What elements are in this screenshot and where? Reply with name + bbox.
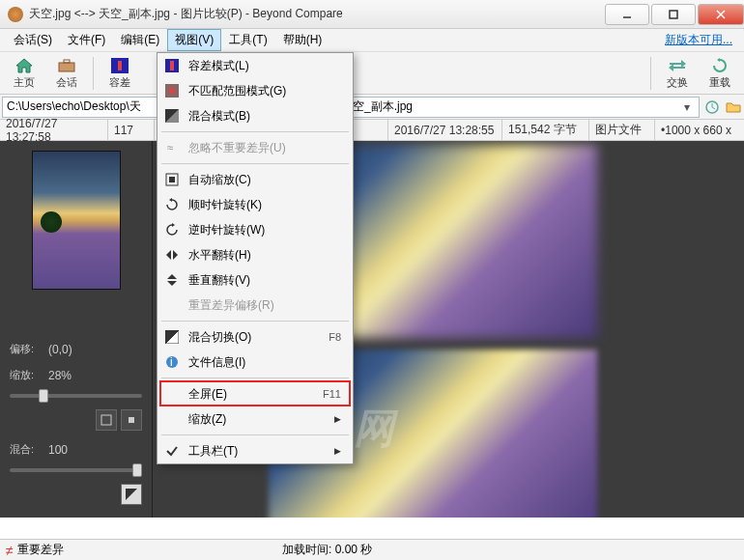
menu-item-rotate-ccw[interactable]: 逆时针旋转(W) [157, 217, 353, 242]
svg-rect-1 [670, 11, 677, 18]
svg-marker-27 [167, 274, 177, 279]
tolerance-button[interactable]: 容差 [100, 54, 140, 93]
right-timestamp: 2016/7/27 13:28:55 [388, 120, 502, 140]
menu-file[interactable]: 文件(F) [60, 29, 113, 51]
home-button[interactable]: 主页 [4, 54, 44, 93]
reload-icon [710, 57, 730, 74]
diff-icon: ≠ [6, 543, 14, 558]
svg-rect-22 [169, 177, 175, 182]
menu-separator [161, 434, 349, 435]
svg-marker-23 [169, 198, 172, 202]
diff-label: 重要差异 [17, 542, 64, 558]
menu-view[interactable]: 视图(V) [167, 29, 221, 51]
svg-rect-11 [101, 415, 111, 425]
menu-item-autozoom[interactable]: 自动缩放(C) [157, 167, 353, 192]
new-version-link[interactable]: 新版本可用... [665, 32, 738, 48]
svg-marker-24 [172, 223, 175, 227]
swap-icon [668, 57, 687, 74]
svg-point-17 [169, 88, 175, 94]
content-area: 偏移: (0,0) 缩放: 28% 混合: 100 ⛶ ◻ [0, 141, 744, 518]
right-size: 151,542 字节 [502, 120, 589, 140]
submenu-arrow-icon: ▶ [334, 446, 341, 456]
briefcase-icon [57, 57, 76, 74]
svg-text:i: i [170, 355, 173, 369]
menu-tools[interactable]: 工具(T) [221, 29, 274, 51]
file-status-bar: 2016/7/27 13:27:58 117 2016/7/27 13:28:5… [0, 120, 744, 141]
menu-item-blend-toggle[interactable]: 混合切换(O)F8 [157, 324, 353, 350]
svg-rect-5 [59, 63, 74, 71]
menu-item-approx: ≈忽略不重要差异(U) [157, 135, 353, 160]
tolerance-icon [110, 57, 129, 74]
rotate-cw-icon [163, 196, 181, 213]
swap-button[interactable]: 交换 [657, 54, 698, 93]
svg-rect-6 [64, 60, 70, 63]
menu-item-flip-h[interactable]: 水平翻转(H) [157, 242, 353, 267]
left-thumbnail[interactable] [32, 151, 121, 290]
submenu-arrow-icon: ▶ [334, 414, 341, 424]
app-icon [8, 7, 23, 22]
blend-toggle-icon [163, 328, 181, 346]
menu-item-info[interactable]: i文件信息(I) [157, 350, 353, 375]
offset-value: (0,0) [48, 343, 72, 356]
zoom-control: 缩放: 28% [6, 368, 146, 382]
toolbar-separator [650, 57, 651, 90]
close-button[interactable] [698, 4, 744, 25]
autozoom-icon [163, 171, 181, 188]
menu-separator [161, 131, 349, 132]
menu-session[interactable]: 会话(S) [6, 29, 60, 51]
window-title: 天空.jpg <--> 天空_副本.jpg - 图片比较(P) - Beyond… [29, 6, 603, 22]
svg-rect-12 [129, 417, 134, 423]
history-button[interactable] [701, 97, 723, 118]
zoom-actual-button[interactable] [121, 409, 142, 431]
window-titlebar: 天空.jpg <--> 天空_副本.jpg - 图片比较(P) - Beyond… [0, 0, 744, 29]
svg-marker-26 [173, 250, 178, 260]
menu-item-17[interactable]: 缩放(Z)▶ [157, 406, 353, 432]
menu-item-16[interactable]: 全屏(E)F11 [157, 381, 353, 406]
menu-separator [161, 163, 349, 164]
blend-value: 100 [48, 443, 68, 457]
menu-item-rotate-cw[interactable]: 顺时针旋转(K) [157, 192, 353, 217]
flip-h-icon [163, 246, 181, 264]
menubar: 会话(S) 文件(F) 编辑(E) 视图(V) 工具(T) 帮助(H) 新版本可… [0, 29, 744, 52]
menu-item-blend[interactable]: 混合模式(B) [157, 103, 353, 128]
check-icon [163, 442, 181, 460]
dimensions: 1000 x 660 x [665, 124, 731, 137]
browse-button[interactable] [723, 97, 744, 118]
maximize-button[interactable] [651, 4, 696, 25]
menu-edit[interactable]: 编辑(E) [113, 29, 167, 51]
menu-item-tolerance[interactable]: 容差模式(L) [157, 53, 353, 78]
zoom-slider[interactable] [10, 394, 142, 398]
blend-icon [163, 107, 181, 125]
zoom-fit-button[interactable] [96, 409, 117, 431]
minimize-button[interactable] [605, 4, 649, 25]
menu-help[interactable]: 帮助(H) [275, 29, 330, 51]
flip-v-icon [163, 271, 181, 289]
left-size: 117 [108, 120, 155, 140]
path-dropdown-icon[interactable]: ▾ [679, 100, 695, 114]
menu-item-check[interactable]: 工具栏(T)▶ [157, 438, 353, 463]
offset-control: 偏移: (0,0) [6, 342, 146, 356]
control-panel: 偏移: (0,0) 缩放: 28% 混合: 100 [0, 141, 153, 518]
svg-marker-13 [126, 489, 137, 500]
pathbar: C:\Users\echo\Desktop\天 C:\Users\echo\De… [0, 95, 744, 120]
toolbar-separator [93, 57, 94, 90]
session-button[interactable]: 会话 [46, 54, 87, 93]
menu-separator [161, 378, 349, 378]
svg-marker-9 [717, 58, 720, 62]
view-dropdown-menu: 容差模式(L)不匹配范围模式(G)混合模式(B)≈忽略不重要差异(U)自动缩放(… [157, 52, 354, 464]
mismatch-icon [163, 82, 181, 99]
toolbar: 主页 会话 容差 交换 重载 [0, 52, 744, 95]
tolerance-icon [163, 57, 181, 74]
svg-marker-25 [166, 250, 171, 260]
menu-separator [161, 321, 349, 322]
menu-item-mismatch[interactable]: 不匹配范围模式(G) [157, 78, 353, 103]
blend-slider[interactable] [10, 468, 142, 472]
blend-toggle-button[interactable] [121, 484, 142, 505]
reload-button[interactable]: 重载 [700, 54, 740, 93]
file-type: 图片文件 [589, 120, 655, 140]
footer-statusbar: ≠ 重要差异 加载时间: 0.00 秒 [0, 539, 744, 560]
menu-item-flip-v[interactable]: 垂直翻转(V) [157, 267, 353, 293]
info-icon: i [163, 353, 181, 371]
blend-control: 混合: 100 [6, 442, 146, 457]
svg-marker-4 [16, 59, 32, 72]
